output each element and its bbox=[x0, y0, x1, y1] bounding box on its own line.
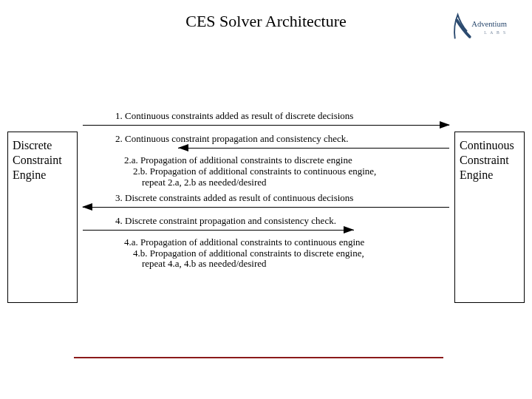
step-2-sub: 2.a. Propagation of additional constrain… bbox=[83, 154, 449, 193]
step-4a-label: 4.a. Propagation of additional constrain… bbox=[124, 237, 442, 248]
arrow-right-icon bbox=[83, 123, 449, 129]
step-4c-label: repeat 4.a, 4.b as needed/desired bbox=[124, 259, 442, 270]
arrow-left-icon bbox=[83, 146, 449, 152]
architecture-diagram: Discrete Constraint Engine Continuous Co… bbox=[7, 111, 525, 332]
discrete-engine-box: Discrete Constraint Engine bbox=[7, 132, 78, 303]
footer-divider bbox=[74, 357, 443, 358]
arrow-right-icon bbox=[83, 228, 449, 234]
step-2c-label: repeat 2.a, 2.b as needed/desired bbox=[124, 177, 442, 188]
step-2-label: 2. Continuous constraint propagation and… bbox=[83, 134, 449, 146]
step-2b-label: 2.b. Propagation of additional constrain… bbox=[124, 166, 442, 177]
adventium-logo: Adventium L A B S bbox=[445, 12, 519, 44]
step-4b-label: 4.b. Propagation of additional constrain… bbox=[124, 248, 442, 259]
step-2a-label: 2.a. Propagation of additional constrain… bbox=[124, 155, 442, 166]
logo-sub-text: L A B S bbox=[484, 30, 507, 35]
step-3-label: 3. Discrete constraints added as result … bbox=[83, 193, 449, 205]
step-1-label: 1. Continuous constraints added as resul… bbox=[83, 111, 449, 123]
continuous-engine-box: Continuous Constraint Engine bbox=[454, 132, 525, 303]
flow-steps: 1. Continuous constraints added as resul… bbox=[83, 111, 449, 274]
step-4-sub: 4.a. Propagation of additional constrain… bbox=[83, 236, 449, 275]
step-4-label: 4. Discrete constraint propagation and c… bbox=[83, 216, 449, 228]
arrow-left-icon bbox=[83, 205, 449, 211]
logo-brand-text: Adventium bbox=[471, 20, 507, 28]
